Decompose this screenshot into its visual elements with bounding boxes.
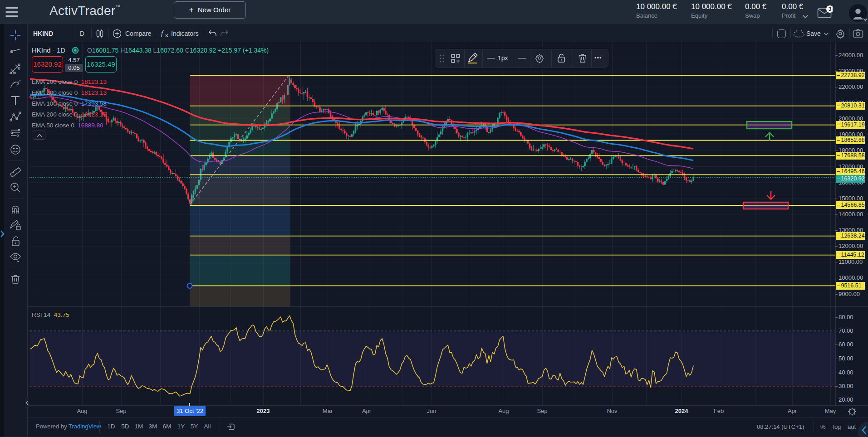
svg-text:f: f [161,29,164,37]
svg-text:3: 3 [829,6,832,12]
